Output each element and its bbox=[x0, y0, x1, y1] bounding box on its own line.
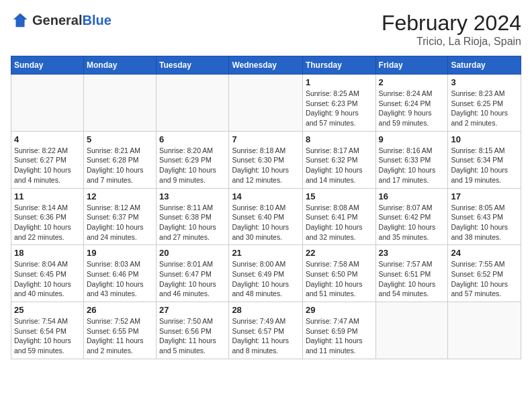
day-info: Sunrise: 8:18 AM Sunset: 6:30 PM Dayligh… bbox=[232, 146, 300, 185]
day-info: Sunrise: 8:24 AM Sunset: 6:24 PM Dayligh… bbox=[379, 89, 445, 128]
calendar-subtitle: Tricio, La Rioja, Spain bbox=[382, 36, 521, 48]
calendar-cell: 22Sunrise: 7:58 AM Sunset: 6:50 PM Dayli… bbox=[302, 245, 375, 302]
calendar-cell bbox=[375, 302, 448, 359]
day-number: 8 bbox=[306, 134, 373, 144]
calendar-cell bbox=[448, 302, 521, 359]
calendar-cell: 21Sunrise: 8:00 AM Sunset: 6:49 PM Dayli… bbox=[229, 245, 303, 302]
day-info: Sunrise: 7:57 AM Sunset: 6:51 PM Dayligh… bbox=[379, 259, 445, 299]
calendar-cell bbox=[157, 75, 229, 132]
day-number: 14 bbox=[232, 191, 300, 201]
day-number: 12 bbox=[87, 191, 153, 201]
day-number: 7 bbox=[232, 134, 300, 144]
day-info: Sunrise: 8:01 AM Sunset: 6:47 PM Dayligh… bbox=[159, 259, 226, 299]
day-info: Sunrise: 8:16 AM Sunset: 6:33 PM Dayligh… bbox=[379, 146, 445, 185]
svg-marker-0 bbox=[13, 13, 28, 28]
calendar-cell: 24Sunrise: 7:55 AM Sunset: 6:52 PM Dayli… bbox=[448, 245, 521, 302]
calendar-week-row: 11Sunrise: 8:14 AM Sunset: 6:36 PM Dayli… bbox=[11, 188, 521, 245]
day-number: 26 bbox=[87, 305, 153, 315]
calendar-table: SundayMondayTuesdayWednesdayThursdayFrid… bbox=[11, 56, 521, 359]
logo-blue-text: Blue bbox=[82, 13, 111, 28]
day-number: 21 bbox=[232, 248, 300, 258]
calendar-cell: 8Sunrise: 8:17 AM Sunset: 6:32 PM Daylig… bbox=[302, 131, 375, 188]
day-number: 11 bbox=[14, 191, 81, 201]
weekday-header: Sunday bbox=[11, 56, 84, 75]
calendar-cell: 10Sunrise: 8:15 AM Sunset: 6:34 PM Dayli… bbox=[448, 131, 521, 188]
calendar-cell: 9Sunrise: 8:16 AM Sunset: 6:33 PM Daylig… bbox=[375, 131, 448, 188]
logo: GeneralBlue bbox=[11, 11, 112, 30]
calendar-cell: 28Sunrise: 7:49 AM Sunset: 6:57 PM Dayli… bbox=[229, 302, 303, 359]
calendar-cell: 12Sunrise: 8:12 AM Sunset: 6:37 PM Dayli… bbox=[83, 188, 156, 245]
weekday-header: Friday bbox=[375, 56, 448, 75]
calendar-cell: 29Sunrise: 7:47 AM Sunset: 6:59 PM Dayli… bbox=[302, 302, 375, 359]
calendar-week-row: 25Sunrise: 7:54 AM Sunset: 6:54 PM Dayli… bbox=[11, 302, 521, 359]
day-number: 18 bbox=[14, 248, 81, 258]
calendar-title: February 2024 bbox=[382, 11, 521, 36]
day-number: 2 bbox=[379, 77, 445, 87]
calendar-week-row: 4Sunrise: 8:22 AM Sunset: 6:27 PM Daylig… bbox=[11, 131, 521, 188]
day-info: Sunrise: 8:14 AM Sunset: 6:36 PM Dayligh… bbox=[14, 203, 81, 242]
calendar-cell: 27Sunrise: 7:50 AM Sunset: 6:56 PM Dayli… bbox=[157, 302, 229, 359]
day-info: Sunrise: 8:10 AM Sunset: 6:40 PM Dayligh… bbox=[232, 203, 300, 242]
day-info: Sunrise: 8:15 AM Sunset: 6:34 PM Dayligh… bbox=[451, 146, 518, 185]
day-number: 15 bbox=[306, 191, 373, 201]
calendar-cell: 23Sunrise: 7:57 AM Sunset: 6:51 PM Dayli… bbox=[375, 245, 448, 302]
day-number: 9 bbox=[379, 134, 445, 144]
calendar-cell: 2Sunrise: 8:24 AM Sunset: 6:24 PM Daylig… bbox=[375, 75, 448, 132]
day-info: Sunrise: 8:20 AM Sunset: 6:29 PM Dayligh… bbox=[159, 146, 226, 185]
calendar-cell: 18Sunrise: 8:04 AM Sunset: 6:45 PM Dayli… bbox=[11, 245, 84, 302]
day-number: 13 bbox=[159, 191, 226, 201]
day-info: Sunrise: 7:49 AM Sunset: 6:57 PM Dayligh… bbox=[232, 316, 300, 356]
day-number: 24 bbox=[451, 248, 518, 258]
day-number: 6 bbox=[159, 134, 226, 144]
day-number: 3 bbox=[451, 77, 518, 87]
calendar-cell: 1Sunrise: 8:25 AM Sunset: 6:23 PM Daylig… bbox=[302, 75, 375, 132]
day-number: 25 bbox=[14, 305, 81, 315]
weekday-header: Monday bbox=[83, 56, 156, 75]
calendar-cell: 17Sunrise: 8:05 AM Sunset: 6:43 PM Dayli… bbox=[448, 188, 521, 245]
day-info: Sunrise: 7:50 AM Sunset: 6:56 PM Dayligh… bbox=[159, 316, 226, 356]
day-number: 5 bbox=[87, 134, 153, 144]
calendar-cell: 15Sunrise: 8:08 AM Sunset: 6:41 PM Dayli… bbox=[302, 188, 375, 245]
calendar-cell: 13Sunrise: 8:11 AM Sunset: 6:38 PM Dayli… bbox=[157, 188, 229, 245]
day-info: Sunrise: 7:47 AM Sunset: 6:59 PM Dayligh… bbox=[306, 316, 373, 356]
calendar-cell: 3Sunrise: 8:23 AM Sunset: 6:25 PM Daylig… bbox=[448, 75, 521, 132]
weekday-header: Saturday bbox=[448, 56, 521, 75]
calendar-week-row: 1Sunrise: 8:25 AM Sunset: 6:23 PM Daylig… bbox=[11, 75, 521, 132]
calendar-cell: 19Sunrise: 8:03 AM Sunset: 6:46 PM Dayli… bbox=[83, 245, 156, 302]
calendar-cell bbox=[83, 75, 156, 132]
day-info: Sunrise: 7:52 AM Sunset: 6:55 PM Dayligh… bbox=[87, 316, 153, 356]
day-info: Sunrise: 8:22 AM Sunset: 6:27 PM Dayligh… bbox=[14, 146, 81, 185]
weekday-header: Thursday bbox=[302, 56, 375, 75]
day-number: 1 bbox=[306, 77, 373, 87]
day-info: Sunrise: 7:55 AM Sunset: 6:52 PM Dayligh… bbox=[451, 259, 518, 299]
logo-icon bbox=[11, 11, 30, 30]
weekday-header: Wednesday bbox=[229, 56, 303, 75]
calendar-cell: 26Sunrise: 7:52 AM Sunset: 6:55 PM Dayli… bbox=[83, 302, 156, 359]
weekday-header: Tuesday bbox=[157, 56, 229, 75]
day-number: 28 bbox=[232, 305, 300, 315]
day-info: Sunrise: 8:25 AM Sunset: 6:23 PM Dayligh… bbox=[306, 89, 373, 128]
day-info: Sunrise: 8:00 AM Sunset: 6:49 PM Dayligh… bbox=[232, 259, 300, 299]
calendar-cell bbox=[229, 75, 303, 132]
calendar-cell: 14Sunrise: 8:10 AM Sunset: 6:40 PM Dayli… bbox=[229, 188, 303, 245]
day-info: Sunrise: 8:23 AM Sunset: 6:25 PM Dayligh… bbox=[451, 89, 518, 128]
day-info: Sunrise: 8:07 AM Sunset: 6:42 PM Dayligh… bbox=[379, 203, 445, 242]
day-info: Sunrise: 7:54 AM Sunset: 6:54 PM Dayligh… bbox=[14, 316, 81, 356]
day-info: Sunrise: 8:08 AM Sunset: 6:41 PM Dayligh… bbox=[306, 203, 373, 242]
day-info: Sunrise: 8:21 AM Sunset: 6:28 PM Dayligh… bbox=[87, 146, 153, 185]
day-number: 17 bbox=[451, 191, 518, 201]
day-info: Sunrise: 8:05 AM Sunset: 6:43 PM Dayligh… bbox=[451, 203, 518, 242]
calendar-header-row: SundayMondayTuesdayWednesdayThursdayFrid… bbox=[11, 56, 521, 75]
day-info: Sunrise: 8:11 AM Sunset: 6:38 PM Dayligh… bbox=[159, 203, 226, 242]
day-number: 10 bbox=[451, 134, 518, 144]
calendar-cell: 16Sunrise: 8:07 AM Sunset: 6:42 PM Dayli… bbox=[375, 188, 448, 245]
calendar-cell: 7Sunrise: 8:18 AM Sunset: 6:30 PM Daylig… bbox=[229, 131, 303, 188]
logo-general-text: General bbox=[32, 13, 82, 28]
day-number: 22 bbox=[306, 248, 373, 258]
day-info: Sunrise: 8:17 AM Sunset: 6:32 PM Dayligh… bbox=[306, 146, 373, 185]
day-number: 4 bbox=[14, 134, 81, 144]
day-number: 23 bbox=[379, 248, 445, 258]
calendar-cell: 20Sunrise: 8:01 AM Sunset: 6:47 PM Dayli… bbox=[157, 245, 229, 302]
day-info: Sunrise: 7:58 AM Sunset: 6:50 PM Dayligh… bbox=[306, 259, 373, 299]
page-header: GeneralBlue February 2024 Tricio, La Rio… bbox=[11, 11, 521, 48]
